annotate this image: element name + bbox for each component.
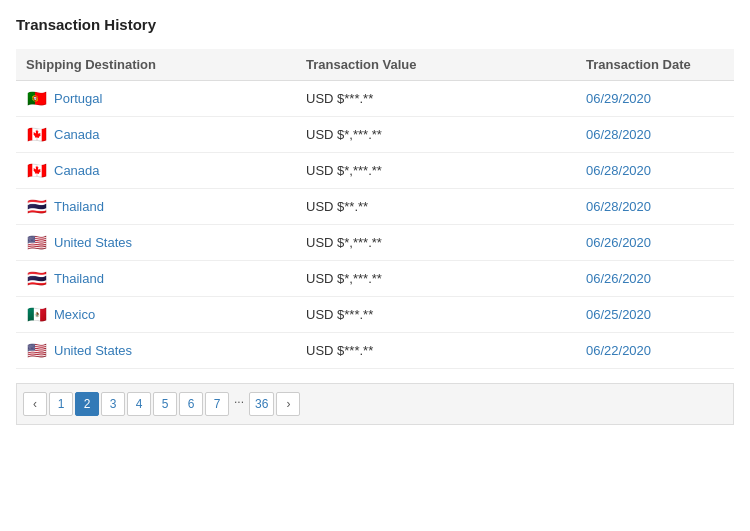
table-row: 🇹🇭 Thailand USD $**.** 06/28/2020 <box>16 189 734 225</box>
cell-destination[interactable]: 🇺🇸 United States <box>26 343 306 358</box>
table-row: 🇲🇽 Mexico USD $***.** 06/25/2020 <box>16 297 734 333</box>
cell-value: USD $**.** <box>306 199 586 214</box>
flag-icon: 🇲🇽 <box>26 308 48 322</box>
page-title: Transaction History <box>16 16 734 33</box>
cell-value: USD $*,***.** <box>306 271 586 286</box>
flag-icon: 🇵🇹 <box>26 92 48 106</box>
cell-date: 06/25/2020 <box>586 307 724 322</box>
cell-date: 06/28/2020 <box>586 127 724 142</box>
header-date: Transaction Date <box>586 57 724 72</box>
cell-destination[interactable]: 🇲🇽 Mexico <box>26 307 306 322</box>
page-5-button[interactable]: 5 <box>153 392 177 416</box>
last-page-button[interactable]: 36 <box>249 392 274 416</box>
table-row: 🇨🇦 Canada USD $*,***.** 06/28/2020 <box>16 153 734 189</box>
page-1-button[interactable]: 1 <box>49 392 73 416</box>
page-2-button[interactable]: 2 <box>75 392 99 416</box>
header-value: Transaction Value <box>306 57 586 72</box>
flag-icon: 🇨🇦 <box>26 164 48 178</box>
cell-destination[interactable]: 🇨🇦 Canada <box>26 127 306 142</box>
country-name: United States <box>54 343 132 358</box>
table-row: 🇵🇹 Portugal USD $***.** 06/29/2020 <box>16 81 734 117</box>
page-buttons: 1234567...36› <box>49 392 300 416</box>
cell-value: USD $***.** <box>306 307 586 322</box>
cell-date: 06/26/2020 <box>586 271 724 286</box>
table-row: 🇺🇸 United States USD $***.** 06/22/2020 <box>16 333 734 369</box>
pagination-dots: ... <box>231 392 247 416</box>
page-4-button[interactable]: 4 <box>127 392 151 416</box>
table-row: 🇹🇭 Thailand USD $*,***.** 06/26/2020 <box>16 261 734 297</box>
cell-date: 06/22/2020 <box>586 343 724 358</box>
prev-page-button[interactable]: ‹ <box>23 392 47 416</box>
country-name: Canada <box>54 127 100 142</box>
cell-date: 06/26/2020 <box>586 235 724 250</box>
country-name: Thailand <box>54 271 104 286</box>
flag-icon: 🇺🇸 <box>26 236 48 250</box>
cell-value: USD $***.** <box>306 343 586 358</box>
cell-value: USD $*,***.** <box>306 163 586 178</box>
cell-date: 06/28/2020 <box>586 199 724 214</box>
cell-destination[interactable]: 🇨🇦 Canada <box>26 163 306 178</box>
page-3-button[interactable]: 3 <box>101 392 125 416</box>
country-name: United States <box>54 235 132 250</box>
header-destination: Shipping Destination <box>26 57 306 72</box>
transaction-table: Shipping Destination Transaction Value T… <box>16 49 734 369</box>
cell-value: USD $*,***.** <box>306 127 586 142</box>
table-row: 🇨🇦 Canada USD $*,***.** 06/28/2020 <box>16 117 734 153</box>
table-body: 🇵🇹 Portugal USD $***.** 06/29/2020 🇨🇦 Ca… <box>16 81 734 369</box>
flag-icon: 🇨🇦 <box>26 128 48 142</box>
country-name: Mexico <box>54 307 95 322</box>
cell-destination[interactable]: 🇹🇭 Thailand <box>26 199 306 214</box>
table-header: Shipping Destination Transaction Value T… <box>16 49 734 81</box>
cell-destination[interactable]: 🇺🇸 United States <box>26 235 306 250</box>
flag-icon: 🇺🇸 <box>26 344 48 358</box>
pagination: ‹ 1234567...36› <box>16 383 734 425</box>
country-name: Canada <box>54 163 100 178</box>
flag-icon: 🇹🇭 <box>26 272 48 286</box>
cell-date: 06/29/2020 <box>586 91 724 106</box>
cell-destination[interactable]: 🇹🇭 Thailand <box>26 271 306 286</box>
table-row: 🇺🇸 United States USD $*,***.** 06/26/202… <box>16 225 734 261</box>
country-name: Portugal <box>54 91 102 106</box>
cell-value: USD $*,***.** <box>306 235 586 250</box>
page-7-button[interactable]: 7 <box>205 392 229 416</box>
country-name: Thailand <box>54 199 104 214</box>
cell-destination[interactable]: 🇵🇹 Portugal <box>26 91 306 106</box>
cell-date: 06/28/2020 <box>586 163 724 178</box>
page-6-button[interactable]: 6 <box>179 392 203 416</box>
cell-value: USD $***.** <box>306 91 586 106</box>
next-page-button[interactable]: › <box>276 392 300 416</box>
flag-icon: 🇹🇭 <box>26 200 48 214</box>
